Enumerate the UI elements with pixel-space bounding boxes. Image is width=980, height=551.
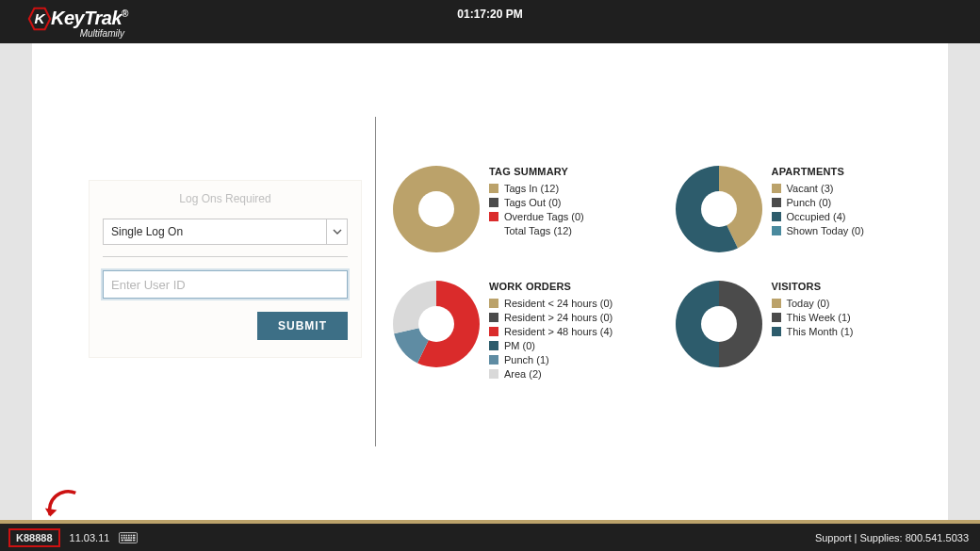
legend-swatch	[489, 299, 498, 308]
vertical-divider	[375, 117, 376, 446]
widget-visitors: VISITORSToday (0)This Week (1)This Month…	[676, 281, 939, 382]
submit-button[interactable]: SUBMIT	[257, 312, 348, 340]
widget-tag-summary: TAG SUMMARYTags In (12)Tags Out (0)Overd…	[393, 166, 657, 252]
legend-label: Total Tags (12)	[504, 225, 572, 236]
logo-hex-icon: K	[26, 6, 53, 32]
bottom-bar: K88888 11.03.11 Support | Supplies: 800.…	[0, 524, 980, 551]
widget-title: VISITORS	[772, 281, 854, 292]
legend-swatch	[772, 327, 781, 336]
svg-rect-11	[128, 534, 130, 536]
legend-item: Punch (0)	[772, 197, 864, 208]
version-label: 11.03.11	[70, 532, 110, 543]
svg-rect-15	[123, 537, 125, 539]
legend-swatch	[489, 341, 498, 350]
legend-item: Occupied (4)	[772, 211, 864, 222]
legend-swatch	[489, 369, 498, 379]
donut-chart	[393, 281, 480, 367]
legend-label: Punch (1)	[504, 354, 549, 365]
support-label: Support | Supplies: 800.541.5033	[815, 532, 969, 543]
svg-point-3	[418, 191, 454, 227]
clock: 01:17:20 PM	[457, 8, 522, 21]
svg-rect-10	[126, 534, 128, 536]
svg-rect-12	[131, 534, 133, 536]
widget-title: APARTMENTS	[772, 166, 864, 177]
legend-item: Area (2)	[489, 368, 612, 380]
legend-item: Vacant (3)	[772, 183, 864, 194]
svg-rect-9	[123, 534, 125, 536]
legend-item: Tags Out (0)	[489, 197, 584, 208]
brand-name: KeyTrak®	[51, 8, 128, 29]
legend-label: Resident > 24 hours (0)	[504, 312, 612, 323]
brand-logo: K KeyTrak® Multifamily	[26, 6, 128, 39]
login-column: Log Ons Required Single Log On SUBMIT	[32, 43, 371, 520]
legend-swatch	[489, 327, 498, 336]
legend-label: This Month (1)	[787, 326, 854, 337]
legend: VISITORSToday (0)This Week (1)This Month…	[772, 281, 854, 382]
login-card: Log Ons Required Single Log On SUBMIT	[89, 180, 362, 358]
legend-swatch	[772, 299, 781, 308]
donut-chart	[676, 166, 762, 252]
legend-label: Overdue Tags (0)	[504, 211, 584, 222]
legend-label: PM (0)	[504, 340, 535, 351]
legend-item: Today (0)	[772, 298, 854, 309]
svg-point-5	[418, 306, 454, 342]
legend-item: PM (0)	[489, 340, 612, 351]
widget-title: TAG SUMMARY	[489, 166, 584, 177]
left-gutter	[0, 43, 32, 520]
widget-title: WORK ORDERS	[489, 281, 612, 292]
svg-point-6	[701, 306, 737, 342]
chevron-down-icon	[326, 219, 347, 244]
legend-item: Overdue Tags (0)	[489, 211, 584, 222]
legend-item: This Week (1)	[772, 312, 854, 323]
legend-label: Area (2)	[504, 368, 542, 380]
svg-rect-22	[133, 539, 136, 541]
callout-arrow-icon	[40, 488, 81, 522]
login-mode-select[interactable]: Single Log On	[103, 219, 348, 245]
legend-swatch	[489, 355, 498, 365]
legend-item: Resident > 24 hours (0)	[489, 312, 612, 323]
login-mode-value: Single Log On	[104, 219, 326, 244]
svg-rect-17	[128, 537, 130, 539]
svg-rect-14	[122, 537, 123, 539]
legend-label: Tags Out (0)	[504, 197, 562, 208]
legend-item: Shown Today (0)	[772, 225, 864, 236]
legend-swatch	[772, 226, 781, 235]
legend-label: Today (0)	[787, 298, 830, 309]
legend-item: Resident < 24 hours (0)	[489, 298, 612, 309]
legend-label: Resident < 24 hours (0)	[504, 298, 612, 309]
donut-chart	[676, 281, 762, 367]
legend-swatch	[489, 184, 498, 193]
system-id-badge: K88888	[8, 528, 60, 547]
legend-swatch	[489, 198, 498, 207]
donut-chart	[393, 166, 480, 252]
brand-subtitle: Multifamily	[80, 28, 124, 39]
legend: TAG SUMMARYTags In (12)Tags Out (0)Overd…	[489, 166, 584, 252]
svg-rect-16	[126, 537, 128, 539]
main-area: Log Ons Required Single Log On SUBMIT	[32, 43, 948, 520]
widget-work-orders: WORK ORDERSResident < 24 hours (0)Reside…	[393, 281, 657, 382]
legend-swatch	[489, 212, 498, 221]
legend-swatch	[772, 212, 781, 221]
keyboard-icon[interactable]	[119, 532, 138, 543]
legend-label: Vacant (3)	[787, 183, 834, 194]
widget-apartments: APARTMENTSVacant (3)Punch (0)Occupied (4…	[676, 166, 939, 252]
legend-item: Total Tags (12)	[489, 225, 584, 236]
svg-rect-8	[122, 534, 123, 536]
legend-swatch	[772, 184, 781, 193]
legend-swatch	[489, 226, 498, 235]
svg-rect-21	[124, 539, 132, 541]
user-id-input[interactable]	[103, 270, 348, 299]
right-gutter	[948, 43, 980, 520]
legend-swatch	[772, 313, 781, 322]
svg-rect-20	[122, 539, 124, 541]
legend-swatch	[489, 313, 498, 322]
svg-rect-13	[133, 534, 136, 536]
svg-rect-18	[131, 537, 133, 539]
legend: APARTMENTSVacant (3)Punch (0)Occupied (4…	[772, 166, 864, 252]
legend-label: Tags In (12)	[504, 183, 559, 194]
legend-label: This Week (1)	[787, 312, 851, 323]
legend-item: Tags In (12)	[489, 183, 584, 194]
legend-label: Shown Today (0)	[787, 225, 864, 236]
top-bar: K KeyTrak® Multifamily 01:17:20 PM	[0, 0, 980, 43]
legend-item: This Month (1)	[772, 326, 854, 337]
